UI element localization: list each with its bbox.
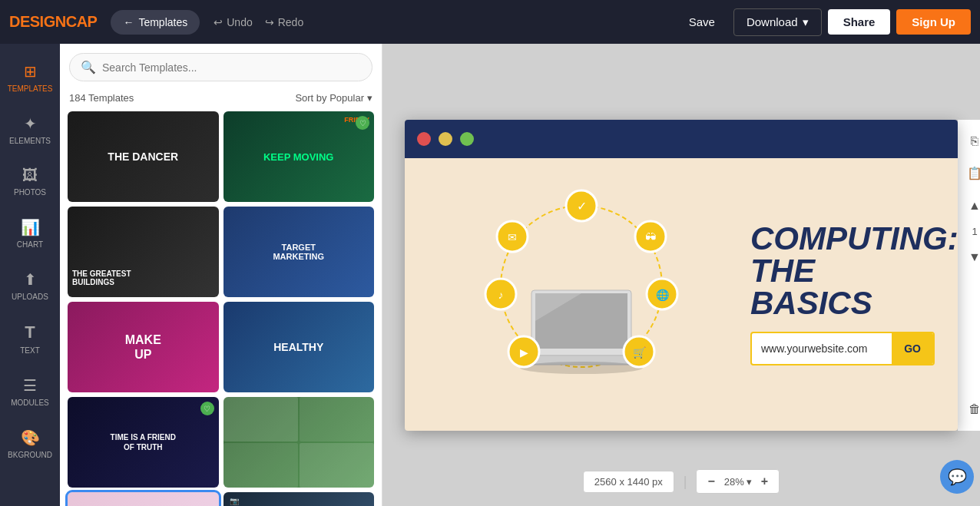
sidebar-item-templates-label: TEMPLATES: [8, 84, 53, 93]
sidebar-item-chart[interactable]: 📊 CHART: [0, 207, 60, 260]
card-time-badge: ♡: [200, 402, 214, 415]
card-keepmoving-text: KEEP MOVING: [230, 151, 366, 163]
zoom-chevron-icon: ▾: [747, 476, 752, 488]
browser-dot-green: [460, 132, 474, 146]
sort-chevron-icon: ▾: [367, 92, 372, 104]
right-tools-panel: ⎘ 📋 ▲ 1 ▼ 🗑: [957, 120, 980, 431]
browser-bar: [405, 120, 958, 158]
down-arrow-icon: ▼: [968, 250, 980, 264]
search-area: 🔍: [60, 44, 382, 88]
sidebar-item-uploads-label: UPLOADS: [12, 293, 48, 301]
redo-label: Redo: [278, 16, 303, 28]
signup-button[interactable]: Sign Up: [896, 9, 971, 35]
sidebar-item-text-label: TEXT: [20, 346, 40, 355]
zoom-controls: − 28% ▾ +: [696, 469, 780, 494]
canvas-title-line2: THE BASICS: [750, 255, 935, 319]
url-bar[interactable]: www.yourwebsite.com GO: [750, 332, 935, 365]
text-icon: T: [25, 322, 35, 342]
laptop-circle-wrapper: ✓ 🕶 🌐 🛒: [466, 179, 697, 409]
download-label: Download: [747, 15, 798, 28]
paste-tool-button[interactable]: 📋: [962, 161, 980, 186]
copy-tool-button[interactable]: ⎘: [962, 129, 980, 154]
template-card-target[interactable]: TARGETMARKETING: [223, 207, 375, 297]
zoom-value[interactable]: 28% ▾: [724, 476, 752, 488]
search-icon: 🔍: [81, 60, 96, 74]
logo: DESIGNCAP: [9, 13, 97, 31]
zoom-out-button[interactable]: −: [704, 473, 717, 490]
card-healthy-text: HEALTHY: [273, 341, 323, 353]
templates-header: 184 Templates Sort by Popular ▾: [60, 88, 382, 111]
template-card-healthy[interactable]: HEALTHY: [223, 302, 375, 392]
sidebar-item-uploads[interactable]: ⬆ UPLOADS: [0, 260, 60, 312]
templates-panel: 🔍 184 Templates Sort by Popular ▾ THE DA…: [60, 44, 382, 506]
move-down-tool-button[interactable]: ▼: [962, 245, 980, 270]
go-button[interactable]: GO: [892, 333, 933, 364]
svg-point-5: [520, 362, 643, 374]
card-target-text: TARGETMARKETING: [273, 243, 324, 261]
bkground-icon: 🎨: [21, 428, 40, 447]
redo-arrow-icon: ↪: [265, 16, 274, 28]
redo-button[interactable]: ↪ Redo: [265, 16, 303, 28]
canvas-title: COMPUTING: THE BASICS: [750, 223, 935, 319]
svg-text:▶: ▶: [520, 346, 528, 359]
sidebar-item-templates[interactable]: ⊞ TEMPLATES: [0, 51, 60, 104]
sidebar-item-bkground[interactable]: 🎨 BKGROUND: [0, 418, 60, 470]
canvas-left: ✓ 🕶 🌐 🛒: [428, 179, 735, 409]
url-text: www.yourwebsite.com: [752, 342, 892, 355]
sidebar-item-elements[interactable]: ✦ ELEMENTS: [0, 104, 60, 156]
browser-dot-yellow: [439, 132, 452, 146]
sidebar: ⊞ TEMPLATES ✦ ELEMENTS 🖼 PHOTOS 📊 CHART …: [0, 44, 60, 506]
template-card-nature[interactable]: [223, 397, 375, 488]
logo-cap: CAP: [66, 13, 98, 30]
template-card-keepmoving[interactable]: FRIDAY KEEP MOVING ♡: [223, 111, 375, 202]
template-card-donut[interactable]: The Famous Donut: [68, 492, 219, 506]
delete-tool-button[interactable]: 🗑: [962, 397, 980, 422]
template-card-time[interactable]: TIME IS A FRIENDOF TRUTH ♡: [68, 397, 219, 488]
templates-count: 184 Templates: [69, 92, 134, 104]
chat-button[interactable]: 💬: [940, 460, 974, 494]
delete-icon: 🗑: [968, 402, 980, 416]
uploads-icon: ⬆: [24, 270, 37, 289]
move-up-tool-button[interactable]: ▲: [962, 193, 980, 218]
canvas-right: COMPUTING: THE BASICS www.yourwebsite.co…: [735, 223, 935, 365]
svg-text:✉: ✉: [508, 231, 517, 243]
laptop-illustration: ✓ 🕶 🌐 🛒: [466, 179, 697, 409]
undo-button[interactable]: ↩ Undo: [214, 16, 252, 28]
sort-button[interactable]: Sort by Popular ▾: [295, 92, 372, 104]
canvas-content: ✓ 🕶 🌐 🛒: [405, 158, 958, 431]
canvas-bottom-bar: 2560 x 1440 px | − 28% ▾ +: [583, 469, 780, 494]
sidebar-item-photos[interactable]: 🖼 PHOTOS: [0, 156, 60, 207]
sidebar-item-photos-label: PHOTOS: [14, 188, 46, 197]
template-card-buildings[interactable]: THE GREATESTBUILDINGS: [68, 207, 219, 297]
back-arrow-icon: ←: [123, 16, 134, 28]
save-button[interactable]: Save: [677, 9, 727, 35]
templates-grid: THE DANCER FRIDAY KEEP MOVING ♡ THE GREA…: [60, 111, 382, 506]
photos-icon: 🖼: [22, 167, 38, 184]
card-time-text: TIME IS A FRIENDOF TRUTH: [111, 432, 176, 452]
chart-icon: 📊: [21, 218, 40, 236]
separator: |: [684, 474, 687, 490]
template-card-makeup[interactable]: MAKEUP: [68, 302, 219, 392]
logo-design: DESIGN: [9, 13, 66, 30]
search-input[interactable]: [102, 61, 361, 74]
sort-label: Sort by Popular: [295, 92, 364, 104]
canvas-area: ⎘ 📋 ▲ 1 ▼ 🗑: [382, 44, 980, 506]
template-card-dancer[interactable]: THE DANCER: [68, 111, 219, 202]
card-london-camera-icon: 📷: [230, 497, 239, 505]
sidebar-item-modules[interactable]: ☰ MODULES: [0, 365, 60, 418]
sidebar-item-chart-label: CHART: [17, 240, 43, 249]
template-card-london[interactable]: 📷 Trip to London: [223, 492, 375, 506]
download-button[interactable]: Download ▾: [733, 8, 822, 36]
templates-icon: ⊞: [24, 62, 37, 81]
undo-arrow-icon: ↩: [214, 16, 223, 28]
paste-icon: 📋: [967, 166, 980, 180]
zoom-in-button[interactable]: +: [758, 473, 771, 490]
search-box[interactable]: 🔍: [69, 53, 372, 81]
main-area: ⊞ TEMPLATES ✦ ELEMENTS 🖼 PHOTOS 📊 CHART …: [0, 44, 980, 506]
sidebar-item-text[interactable]: T TEXT: [0, 312, 60, 365]
templates-button[interactable]: ← Templates: [111, 10, 200, 35]
page-number: 1: [972, 226, 977, 237]
chat-icon: 💬: [948, 468, 967, 486]
browser-dot-red: [417, 132, 431, 146]
share-button[interactable]: Share: [828, 9, 891, 35]
